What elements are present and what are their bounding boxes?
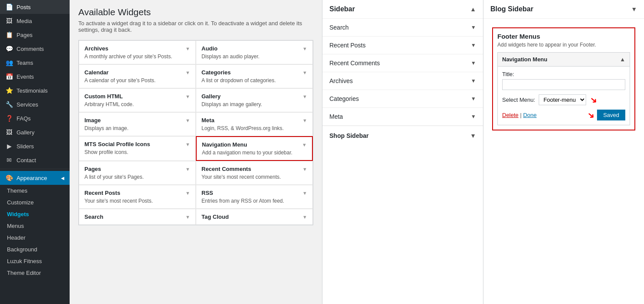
chevron-down-icon-4: ▼ [302,70,307,75]
shop-sidebar-header[interactable]: Shop Sidebar ▼ [322,126,483,145]
nav-label-pages: Pages [17,32,33,38]
sidebar-widget-search[interactable]: Search ▼ [322,19,483,37]
nav-item-appearance[interactable]: 🎨 Appearance ◀ [0,171,70,185]
media-icon: 🖼 [5,17,13,24]
sub-label-themes: Themes [7,187,27,194]
sub-label-widgets: Widgets [7,211,29,217]
widget-calendar[interactable]: Calendar ▼ A calendar of your site's Pos… [79,64,196,88]
sidebar-widget-recent-posts[interactable]: Recent Posts ▼ [322,37,483,54]
nav-item-testimonials[interactable]: ⭐ Testimonials [0,84,70,97]
chevron-down-icon-5: ▼ [185,94,190,99]
widget-tag-cloud[interactable]: Tag Cloud ▼ [196,209,313,225]
chevron-down-icon-s6: ▼ [471,114,476,120]
widget-audio[interactable]: Audio ▼ Displays an audio player. [196,40,313,64]
widget-gallery[interactable]: Gallery ▼ Displays an image gallery. [196,88,313,112]
blog-sidebar-collapse-icon[interactable]: ▼ [631,6,637,13]
widget-mts-social[interactable]: MTS Social Profile Icons ▼ Show profile … [79,136,196,161]
widget-categories[interactable]: Categories ▼ A list or dropdown of categ… [196,64,313,88]
chevron-down-icon-s3: ▼ [471,60,476,66]
sub-item-header[interactable]: Header [0,232,70,244]
nav-label-comments: Comments [17,46,44,52]
sub-item-background[interactable]: Background [0,244,70,255]
sub-item-menus[interactable]: Menus [0,220,70,232]
nav-item-faqs[interactable]: ❓ FAQs [0,111,70,125]
widget-image[interactable]: Image ▼ Displays an image. [79,112,196,136]
nav-item-media[interactable]: 🖼 Media [0,14,70,28]
chevron-down-icon-16: ▼ [302,214,307,220]
sidebar-widget-meta[interactable]: Meta ▼ [322,108,483,126]
sidebar-collapse-icon[interactable]: ▲ [470,6,476,13]
chevron-down-icon-3: ▼ [185,70,190,75]
widget-custom-html[interactable]: Custom HTML ▼ Arbitrary HTML code. [79,88,196,112]
widget-title-meta: Meta [201,117,215,124]
widget-desc-recent-posts: Your site's most recent Posts. [84,198,190,204]
done-link[interactable]: Done [523,112,537,118]
events-icon: 📅 [5,73,13,80]
widget-desc-meta: Login, RSS, & WordPress.org links. [201,125,307,131]
nav-item-pages[interactable]: 📋 Pages [0,28,70,42]
chevron-down-icon-s4: ▼ [471,78,476,84]
blog-sidebar-content: Footer Menus Add widgets here to appear … [483,19,644,139]
shop-sidebar-chevron[interactable]: ▼ [470,132,476,139]
footer-menus-box: Footer Menus Add widgets here to appear … [492,27,635,130]
nav-item-sliders[interactable]: ▶ Sliders [0,139,70,153]
sub-item-widgets[interactable]: Widgets [0,208,70,220]
nav-item-posts[interactable]: 📄 Posts [0,0,70,14]
sub-item-theme-editor[interactable]: Theme Editor [0,267,70,279]
saved-button[interactable]: Saved [597,110,625,120]
chevron-down-icon-11: ▼ [185,167,190,172]
sidebar-widget-name-recent-posts: Recent Posts [329,42,366,49]
sidebar-widget-categories[interactable]: Categories ▼ [322,90,483,108]
widget-pages[interactable]: Pages ▼ A list of your site's Pages. [79,161,196,185]
widget-title-recent-comments: Recent Comments [201,166,251,172]
nav-label-posts: Posts [17,4,31,10]
chevron-down-icon: ▼ [185,46,190,51]
widget-desc-categories: A list or dropdown of categories. [201,77,307,84]
chevron-down-icon-14: ▼ [302,190,307,196]
widget-title-rss: RSS [201,190,213,196]
sidebar-panel: Sidebar ▲ Search ▼ Recent Posts ▼ Recent… [322,0,483,304]
sliders-icon: ▶ [5,143,13,150]
widget-title-archives: Archives [84,45,108,52]
nav-item-gallery[interactable]: 🖼 Gallery [0,125,70,139]
widget-rss[interactable]: RSS ▼ Entries from any RSS or Atom feed. [196,185,313,209]
main-content: Available Widgets To activate a widget d… [70,0,322,304]
widget-navigation-menu[interactable]: Navigation Menu ▼ Add a navigation menu … [196,136,313,161]
widget-archives[interactable]: Archives ▼ A monthly archive of your sit… [79,40,196,64]
widget-meta[interactable]: Meta ▼ Login, RSS, & WordPress.org links… [196,112,313,136]
nav-menu-collapse-icon[interactable]: ▲ [620,56,625,63]
sidebar-widget-name-archives: Archives [329,77,353,84]
sidebar-widget-archives[interactable]: Archives ▼ [322,72,483,90]
nav-item-comments[interactable]: 💬 Comments [0,42,70,56]
chevron-down-icon-7: ▼ [185,118,190,123]
select-menu-dropdown[interactable]: Footer-menu [539,94,586,105]
nav-item-contact[interactable]: ✉ Contact [0,153,70,167]
nav-item-teams[interactable]: 👥 Teams [0,56,70,70]
widget-search[interactable]: Search ▼ [79,209,196,225]
widget-title-custom-html: Custom HTML [84,93,123,100]
title-input[interactable] [502,79,625,90]
sidebar-widget-recent-comments[interactable]: Recent Comments ▼ [322,54,483,72]
blog-sidebar-panel: Blog Sidebar ▼ Footer Menus Add widgets … [483,0,644,304]
sub-item-themes[interactable]: Themes [0,185,70,197]
nav-label-gallery: Gallery [17,129,34,136]
saved-area: ➜ Saved [588,110,625,120]
widget-title-recent-posts: Recent Posts [84,190,120,196]
nav-item-events[interactable]: 📅 Events [0,70,70,84]
widget-recent-posts[interactable]: Recent Posts ▼ Your site's most recent P… [79,185,196,209]
widgets-description: To activate a widget drag it to a sideba… [78,20,313,33]
sub-item-luzuk[interactable]: Luzuk Fitness [0,255,70,267]
footer-menus-desc: Add widgets here to appear in your Foote… [497,42,630,48]
chevron-down-icon-12: ▼ [302,167,307,172]
widget-title-pages: Pages [84,166,101,172]
widget-recent-comments[interactable]: Recent Comments ▼ Your site's most recen… [196,161,313,185]
sub-item-customize[interactable]: Customize [0,197,70,208]
nav-item-services[interactable]: 🔧 Services [0,97,70,111]
chevron-down-icon-2: ▼ [302,46,307,51]
sidebar-widget-list: Search ▼ Recent Posts ▼ Recent Comments … [322,19,483,126]
delete-link[interactable]: Delete [502,112,519,118]
chevron-down-icon-15: ▼ [185,214,190,220]
widget-desc-rss: Entries from any RSS or Atom feed. [201,198,307,204]
action-links: Delete | Done [502,112,537,118]
chevron-down-icon-13: ▼ [185,190,190,196]
